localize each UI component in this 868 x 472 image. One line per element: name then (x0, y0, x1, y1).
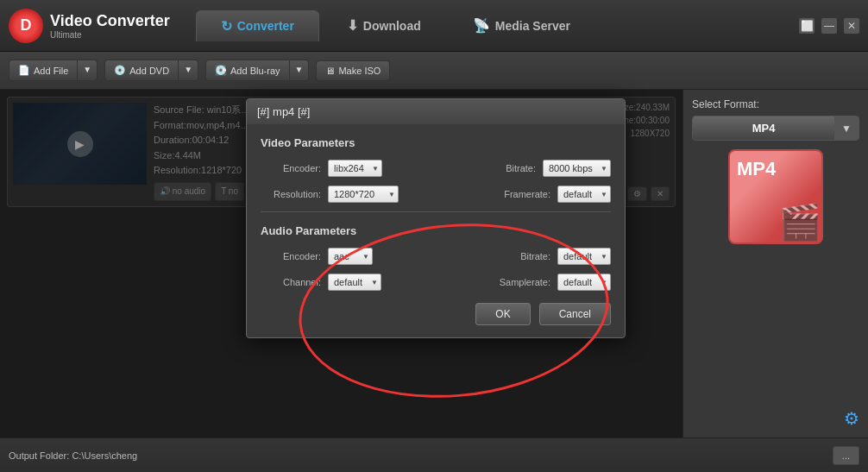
bitrate-select[interactable]: 8000 kbps 6000 kbps 4000 kbps 2000 kbps (543, 160, 611, 177)
tab-media-server-label: Media Server (495, 19, 570, 33)
close-button[interactable]: ✕ (844, 18, 859, 34)
audio-encoder-select[interactable]: aac mp3 copy (328, 248, 373, 265)
channel-select[interactable]: default 1 2 (328, 274, 381, 291)
encoder-row: Encoder: libx264 libx265 mpeg4 copy Bitr… (261, 160, 611, 177)
app-title-main: Video Converter (50, 12, 170, 30)
audio-encoder-label: Encoder: (261, 251, 321, 261)
add-dvd-button[interactable]: 💿 Add DVD (104, 60, 179, 81)
resolution-select[interactable]: 1280*720 1920*1080 854*480 640*360 (328, 186, 399, 203)
format-icon: MP4 🎬 (728, 149, 823, 244)
format-name: MP4 (693, 116, 834, 140)
add-bluray-group: 💽 Add Blu-ray ▼ (205, 60, 309, 81)
media-server-icon: 📡 (473, 17, 490, 34)
bitrate-wrapper: Bitrate: 8000 kbps 6000 kbps 4000 kbps 2… (506, 160, 611, 177)
dialog-titlebar: [#] mp4 [#] (247, 99, 625, 124)
download-icon: ⬇ (347, 17, 358, 34)
audio-bitrate-select[interactable]: default 128k 192k 256k (557, 248, 611, 265)
tab-converter[interactable]: ↻ Converter (196, 10, 319, 41)
encoder-select[interactable]: libx264 libx265 mpeg4 copy (328, 160, 382, 177)
cancel-button[interactable]: Cancel (539, 303, 611, 325)
samplerate-select[interactable]: default 44100 48000 (557, 274, 611, 291)
channel-row: Channel: default 1 2 Samplerate: (261, 274, 611, 291)
iso-icon: 🖥 (325, 66, 335, 76)
resolution-label: Resolution: (261, 189, 321, 199)
encoder-select-wrapper: libx264 libx265 mpeg4 copy (328, 160, 382, 177)
make-iso-button[interactable]: 🖥 Make ISO (316, 60, 390, 81)
tab-converter-label: Converter (237, 19, 294, 33)
resolution-row: Resolution: 1280*720 1920*1080 854*480 6… (261, 186, 611, 203)
app-title-sub: Ultimate (50, 30, 170, 40)
app-logo: D (9, 9, 43, 43)
browse-button[interactable]: ... (833, 446, 859, 465)
main-area: ▶ Source File: win10系... Format:mov,mp4,… (0, 90, 868, 437)
dialog-title: [#] mp4 [#] (257, 105, 310, 118)
add-dvd-arrow[interactable]: ▼ (179, 60, 198, 81)
select-format-label: Select Format: (692, 98, 759, 110)
format-icon-label: MP4 (737, 158, 776, 180)
dialog-body: Video Parameters Encoder: libx264 libx26… (247, 124, 625, 337)
framerate-select[interactable]: default 24 25 30 60 (557, 186, 611, 203)
tab-download-label: Download (363, 19, 421, 33)
tab-download[interactable]: ⬇ Download (323, 10, 445, 41)
tab-media-server[interactable]: 📡 Media Server (449, 10, 594, 41)
dialog-footer: OK Cancel (261, 303, 611, 325)
audio-encoder-row: Encoder: aac mp3 copy Bitrate: (261, 248, 611, 265)
add-bluray-button[interactable]: 💽 Add Blu-ray (205, 60, 289, 81)
right-panel: Select Format: MP4 ▼ MP4 🎬 ⚙ (682, 90, 868, 437)
add-bluray-arrow[interactable]: ▼ (290, 60, 310, 81)
minimize-button[interactable]: — (821, 18, 837, 34)
settings-dialog: [#] mp4 [#] Video Parameters Encoder: li… (246, 98, 626, 338)
statusbar: Output Folder: C:\Users\cheng ... (0, 437, 868, 472)
add-file-button[interactable]: 📄 Add File (9, 60, 78, 81)
audio-bitrate-label: Bitrate: (520, 251, 550, 261)
converter-icon: ↻ (221, 18, 232, 35)
left-panel: ▶ Source File: win10系... Format:mov,mp4,… (0, 90, 682, 437)
add-file-arrow[interactable]: ▼ (78, 60, 97, 81)
app-title: Video Converter Ultimate (50, 12, 170, 40)
add-dvd-group: 💿 Add DVD ▼ (104, 60, 198, 81)
bluray-icon: 💽 (215, 65, 227, 76)
restore-button[interactable]: ⬜ (799, 18, 815, 34)
settings-gear-button[interactable]: ⚙ (844, 408, 859, 429)
channel-label: Channel: (261, 277, 321, 287)
framerate-label: Framerate: (504, 189, 550, 199)
titlebar-controls: ⬜ — ✕ (799, 18, 859, 34)
dialog-overlay: [#] mp4 [#] Video Parameters Encoder: li… (0, 90, 682, 437)
audio-section-title: Audio Parameters (261, 224, 611, 237)
bitrate-label: Bitrate: (506, 163, 536, 173)
toolbar: 📄 Add File ▼ 💿 Add DVD ▼ 💽 Add Blu-ray ▼… (0, 52, 868, 90)
samplerate-label: Samplerate: (500, 277, 550, 287)
dvd-icon: 💿 (114, 65, 126, 76)
format-dropdown-arrow[interactable]: ▼ (834, 116, 859, 140)
add-file-icon: 📄 (18, 65, 30, 76)
ok-button[interactable]: OK (475, 303, 530, 325)
nav-tabs: ↻ Converter ⬇ Download 📡 Media Server (196, 10, 799, 41)
video-section-title: Video Parameters (261, 136, 611, 149)
format-selector[interactable]: MP4 ▼ (692, 116, 859, 141)
output-folder-label: Output Folder: C:\Users\cheng (9, 450, 833, 461)
format-icon-art: 🎬 (778, 202, 821, 242)
titlebar: D Video Converter Ultimate ↻ Converter ⬇… (0, 0, 868, 52)
add-file-group: 📄 Add File ▼ (9, 60, 97, 81)
divider (261, 211, 611, 212)
encoder-label: Encoder: (261, 163, 321, 173)
